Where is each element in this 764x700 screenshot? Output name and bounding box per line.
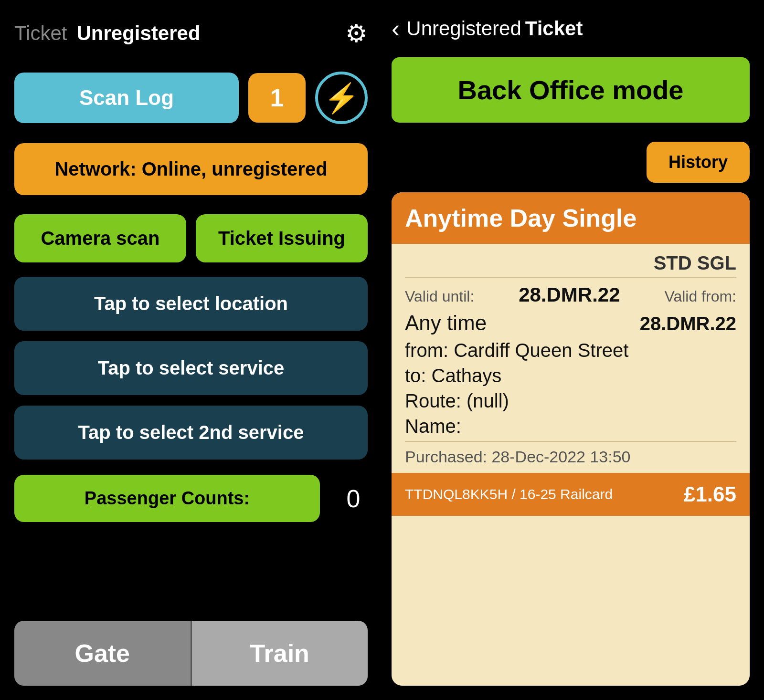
back-button[interactable]: ‹ (392, 14, 400, 43)
valid-until-label: Valid until: (405, 288, 474, 305)
ticket-purchased: Purchased: 28-Dec-2022 13:50 (405, 448, 736, 473)
settings-button[interactable]: ⚙ (345, 19, 368, 48)
ticket-anytime-row: Any time 28.DMR.22 (405, 311, 736, 335)
ticket-price: £1.65 (684, 482, 736, 506)
ticket-from: from: Cardiff Queen Street (405, 340, 736, 361)
ticket-route: Route: (null) (405, 390, 736, 412)
scan-count-badge[interactable]: 1 (248, 73, 306, 123)
gear-icon: ⚙ (345, 20, 368, 47)
right-header: ‹ Unregistered Ticket (392, 14, 750, 43)
right-header-ticket: Ticket (525, 17, 583, 40)
header-row: Ticket Unregistered ⚙ (14, 19, 368, 48)
ticket-title: Anytime Day Single (405, 204, 637, 232)
network-banner: Network: Online, unregistered (14, 143, 368, 195)
bluetooth-button[interactable]: ⚡ (315, 72, 368, 124)
select-location-button[interactable]: Tap to select location (14, 277, 368, 331)
train-tab-button[interactable]: Train (192, 621, 368, 686)
valid-until-value: 28.DMR.22 (519, 283, 620, 306)
bluetooth-icon: ⚡ (324, 81, 360, 115)
right-header-unregistered: Unregistered (406, 17, 521, 40)
ticket-std-sgl: STD SGL (405, 252, 736, 274)
passenger-counts-button[interactable]: Passenger Counts: (14, 475, 320, 522)
divider (405, 277, 736, 278)
ticket-valid-from-value: 28.DMR.22 (640, 313, 736, 334)
valid-from-label: Valid from: (664, 288, 736, 305)
action-row: Camera scan Ticket Issuing (14, 214, 368, 262)
passenger-count-value: 0 (339, 484, 368, 513)
ticket-issuing-button[interactable]: Ticket Issuing (196, 214, 368, 262)
ticket-footer: TTDNQL8KK5H / 16-25 Railcard £1.65 (392, 473, 750, 516)
scan-log-row: Scan Log 1 ⚡ (14, 72, 368, 124)
header-title-group: Ticket Unregistered (14, 22, 201, 45)
ticket-header: Anytime Day Single (392, 192, 750, 244)
bottom-tabs: Gate Train (14, 621, 368, 686)
scan-log-button[interactable]: Scan Log (14, 73, 239, 123)
gate-tab-button[interactable]: Gate (14, 621, 191, 686)
ticket-barcode: TTDNQL8KK5H / 16-25 Railcard (405, 486, 613, 502)
divider-2 (405, 441, 736, 442)
camera-scan-button[interactable]: Camera scan (14, 214, 186, 262)
header-ticket-label: Ticket (14, 22, 67, 45)
passenger-counts-row: Passenger Counts: 0 (14, 475, 368, 522)
ticket-name: Name: (405, 416, 736, 437)
back-office-banner: Back Office mode (392, 57, 750, 123)
ticket-any-time: Any time (405, 311, 487, 335)
select-service-button[interactable]: Tap to select service (14, 341, 368, 395)
ticket-body: STD SGL Valid until: 28.DMR.22 Valid fro… (392, 244, 750, 473)
ticket-to: to: Cathays (405, 365, 736, 387)
right-panel: ‹ Unregistered Ticket Back Office mode H… (382, 0, 764, 700)
history-button[interactable]: History (647, 142, 750, 183)
ticket-valid-row: Valid until: 28.DMR.22 Valid from: (405, 283, 736, 306)
left-panel: Ticket Unregistered ⚙ Scan Log 1 ⚡ Netwo… (0, 0, 382, 700)
select-2nd-service-button[interactable]: Tap to select 2nd service (14, 406, 368, 460)
ticket-card: Anytime Day Single STD SGL Valid until: … (392, 192, 750, 686)
header-unregistered-label: Unregistered (76, 22, 200, 45)
